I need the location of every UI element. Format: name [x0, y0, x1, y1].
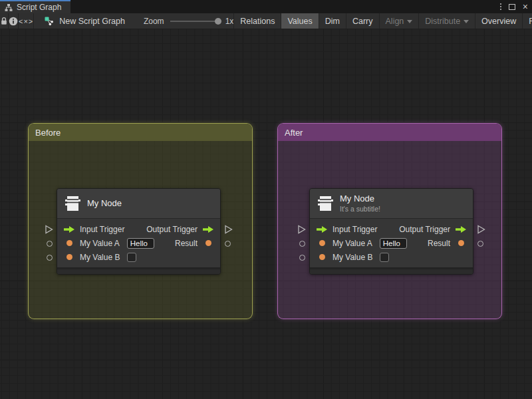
node-header[interactable]: My Node: [57, 189, 220, 219]
orange-dot-icon: [319, 254, 325, 260]
flow-input-port[interactable]: [315, 225, 329, 233]
external-value-input-port[interactable]: [47, 255, 53, 261]
external-value-input-port[interactable]: [47, 241, 53, 247]
group-after-header[interactable]: After: [278, 124, 501, 141]
unit-box-icon: [64, 195, 81, 212]
window-title-bar: Script Graph ×: [0, 0, 532, 13]
port-row: My Value A Result: [57, 236, 220, 250]
external-flow-output-port[interactable]: [477, 225, 485, 237]
info-button[interactable]: [9, 13, 19, 29]
orange-dot-icon: [66, 240, 72, 246]
green-arrow-icon: [456, 225, 467, 233]
graph-toolbar: <×> New Script Graph Zoom 1x Relations V…: [0, 13, 532, 29]
script-graph-icon: [45, 17, 55, 26]
code-view-button[interactable]: <×>: [19, 13, 34, 29]
external-value-output-port[interactable]: [477, 241, 483, 247]
port-row: Input Trigger Output Trigger: [57, 222, 220, 236]
node-my-node-before[interactable]: My Node Input Trigger Output Trigger: [57, 188, 221, 275]
value-output-port[interactable]: [201, 240, 215, 246]
external-value-input-port[interactable]: [299, 255, 305, 261]
zoom-slider-handle[interactable]: [215, 18, 221, 25]
maximize-icon[interactable]: [509, 4, 515, 10]
external-flow-output-port[interactable]: [224, 225, 233, 237]
chevron-down-icon: [464, 20, 469, 23]
node-subtitle: It's a subtitle!: [340, 205, 380, 213]
port-row: My Value B: [310, 250, 473, 264]
window-menu-icon[interactable]: [500, 3, 501, 10]
carry-button[interactable]: Carry: [346, 13, 379, 29]
port-row: Input Trigger Output Trigger: [310, 222, 473, 236]
flow-input-port[interactable]: [63, 225, 76, 233]
value-input-port[interactable]: [315, 240, 329, 246]
port-row: My Value B: [57, 250, 220, 264]
green-arrow-icon: [64, 225, 75, 233]
node-title: My Node: [87, 198, 122, 209]
flow-output-port[interactable]: [454, 225, 467, 233]
value-a-input[interactable]: [127, 238, 154, 249]
align-dropdown[interactable]: Align: [379, 13, 419, 29]
dim-button[interactable]: Dim: [319, 13, 346, 29]
graph-canvas[interactable]: Before After My Node: [0, 29, 532, 399]
orange-dot-icon: [458, 240, 464, 246]
close-icon[interactable]: ×: [523, 2, 528, 11]
relations-button[interactable]: Relations: [233, 13, 281, 29]
graph-name-label: New Script Graph: [59, 17, 125, 26]
group-before-header[interactable]: Before: [29, 124, 252, 141]
value-input-port[interactable]: [315, 254, 329, 260]
green-arrow-icon: [203, 225, 214, 233]
external-flow-input-port[interactable]: [297, 225, 306, 237]
external-value-input-port[interactable]: [299, 241, 305, 247]
values-button[interactable]: Values: [281, 13, 318, 29]
value-b-checkbox[interactable]: [380, 253, 389, 262]
orange-dot-icon: [66, 254, 72, 260]
group-title: After: [285, 128, 303, 138]
orange-dot-icon: [319, 240, 325, 246]
value-output-port[interactable]: [454, 240, 467, 246]
flow-output-port[interactable]: [201, 225, 215, 233]
node-my-node-after[interactable]: My Node It's a subtitle! Input Trigger O…: [309, 188, 473, 275]
lock-button[interactable]: [0, 13, 9, 29]
chevron-down-icon: [407, 20, 412, 23]
tab-title: Script Graph: [17, 3, 61, 12]
new-script-graph-button[interactable]: New Script Graph: [37, 13, 133, 29]
value-input-port[interactable]: [63, 254, 76, 260]
zoom-slider[interactable]: [170, 21, 219, 22]
green-arrow-icon: [317, 225, 328, 233]
info-icon: [9, 17, 18, 26]
zoom-value: 1x: [225, 17, 234, 26]
fullscreen-button[interactable]: Full Scr: [522, 13, 532, 29]
external-value-output-port[interactable]: [225, 241, 231, 247]
overview-button[interactable]: Overview: [475, 13, 522, 29]
code-brackets-icon: <×>: [19, 17, 33, 25]
graph-hierarchy-icon: [5, 4, 13, 11]
group-title: Before: [35, 128, 61, 138]
node-title: My Node: [340, 194, 380, 204]
node-footer: [310, 267, 473, 274]
tab-script-graph[interactable]: Script Graph: [0, 0, 70, 13]
orange-dot-icon: [205, 240, 211, 246]
lock-icon: [0, 17, 8, 25]
value-b-checkbox[interactable]: [127, 253, 136, 262]
zoom-label: Zoom: [144, 17, 164, 26]
node-footer: [57, 267, 220, 274]
unit-box-icon: [317, 195, 334, 212]
value-a-input[interactable]: [380, 238, 407, 249]
external-flow-input-port[interactable]: [45, 225, 53, 237]
port-row: My Value A Result: [310, 236, 473, 250]
distribute-dropdown[interactable]: Distribute: [418, 13, 475, 29]
node-header[interactable]: My Node It's a subtitle!: [310, 189, 473, 219]
value-input-port[interactable]: [63, 240, 76, 246]
